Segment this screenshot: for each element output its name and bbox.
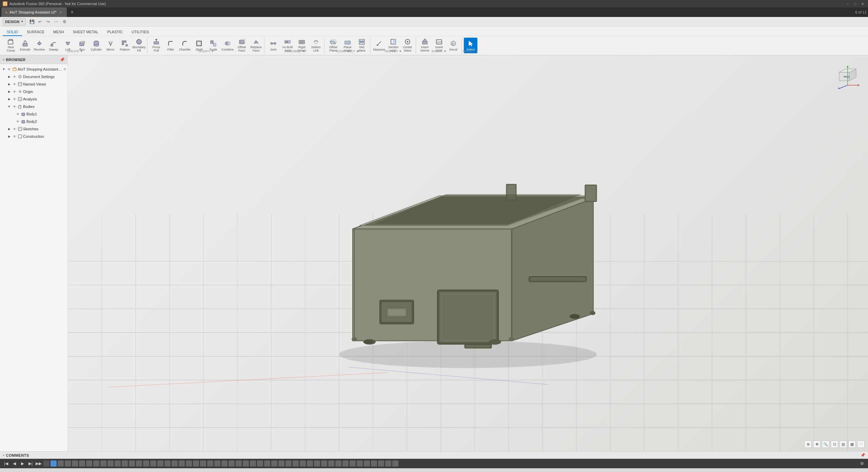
timeline-keyframe-26[interactable]: [221, 460, 228, 467]
timeline-keyframe-44[interactable]: [350, 460, 356, 467]
maximize-button[interactable]: □: [852, 1, 858, 6]
timeline-keyframe-36[interactable]: [293, 460, 299, 467]
pan-button[interactable]: ✥: [813, 440, 821, 448]
motion-link-button[interactable]: MotionLink: [309, 38, 323, 53]
timeline-start-button[interactable]: |◀: [3, 460, 9, 467]
timeline-keyframe-37[interactable]: [300, 460, 306, 467]
bodies-visibility[interactable]: 👁: [12, 104, 17, 109]
offset-face-button[interactable]: OffsetFace: [235, 38, 249, 53]
insert-decal-button[interactable]: D Decal: [447, 38, 460, 53]
timeline-keyframe-9[interactable]: [100, 460, 106, 467]
orbit-button[interactable]: ⊕: [804, 440, 812, 448]
comments-expand-icon[interactable]: «: [3, 453, 5, 457]
new-component-button[interactable]: NewComp: [4, 38, 18, 53]
timeline-keyframe-35[interactable]: [285, 460, 292, 467]
timeline-keyframe-4[interactable]: [65, 460, 71, 467]
root-visibility-icon[interactable]: 👁: [7, 67, 12, 72]
tree-item-bodies[interactable]: ▼ 👁 Bodies: [0, 103, 67, 110]
chamfer-button[interactable]: Chamfer: [178, 38, 192, 53]
timeline-keyframe-19[interactable]: [172, 460, 178, 467]
tree-item-origin[interactable]: ▶ 👁 Origin: [0, 88, 67, 95]
cylinder-button[interactable]: Cylinder: [90, 38, 103, 53]
extrude-button[interactable]: Extrude: [18, 38, 32, 53]
timeline-keyframe-43[interactable]: [342, 460, 349, 467]
fit-button[interactable]: ⊡: [831, 440, 838, 448]
viewcube[interactable]: FRONT: [834, 62, 861, 89]
close-button[interactable]: ✕: [860, 1, 865, 6]
tree-item-named-views[interactable]: ▶ 👁 Named Views: [0, 80, 67, 88]
timeline-keyframe-41[interactable]: [328, 460, 334, 467]
browser-pin-button[interactable]: 📌: [60, 57, 65, 62]
new-tab-button[interactable]: +: [68, 8, 76, 16]
origin-visibility[interactable]: 👁: [12, 89, 17, 94]
tab-surface[interactable]: SURFACE: [23, 29, 48, 36]
tab-close-button[interactable]: ✕: [59, 10, 63, 14]
timeline-settings-button[interactable]: ⚙: [859, 460, 865, 467]
tab-solid[interactable]: SOLID: [3, 29, 22, 36]
timeline-keyframe-29[interactable]: [243, 460, 249, 467]
timeline-keyframe-22[interactable]: [193, 460, 199, 467]
sweep-button[interactable]: Sweep: [47, 38, 60, 53]
body1-visibility[interactable]: 👁: [16, 112, 20, 116]
save-button[interactable]: 💾: [28, 18, 35, 25]
timeline-keyframe-18[interactable]: [164, 460, 171, 467]
timeline-keyframe-8[interactable]: [93, 460, 99, 467]
tree-item-doc-settings[interactable]: ▶ 👁 Document Settings: [0, 73, 67, 80]
timeline-keyframe-33[interactable]: [271, 460, 277, 467]
joint-button[interactable]: Joint: [267, 38, 280, 53]
named-views-visibility[interactable]: 👁: [12, 82, 17, 87]
tab-mesh[interactable]: MESH: [49, 29, 68, 36]
tab-plastic[interactable]: PLASTIC: [103, 29, 127, 36]
tree-item-sketches[interactable]: ▶ 👁 Sketches: [0, 125, 67, 133]
combine-button[interactable]: Combine: [221, 38, 234, 53]
timeline-next-button[interactable]: ▶|: [27, 460, 34, 467]
timeline-play-button[interactable]: ▶: [19, 460, 26, 467]
timeline-keyframe-27[interactable]: [229, 460, 235, 467]
tree-item-body2[interactable]: 👁 Body2: [0, 118, 67, 125]
timeline-keyframe-5[interactable]: [72, 460, 78, 467]
timeline-keyframe-50[interactable]: [392, 460, 398, 467]
timeline-keyframe-10[interactable]: [107, 460, 114, 467]
timeline-keyframe-14[interactable]: [136, 460, 142, 467]
timeline-keyframe-25[interactable]: [214, 460, 220, 467]
mirror-button[interactable]: Mirror: [104, 38, 117, 53]
timeline-keyframe-7[interactable]: [86, 460, 92, 467]
timeline-keyframe-47[interactable]: [371, 460, 377, 467]
timeline-keyframe-23[interactable]: [200, 460, 206, 467]
fillet-button[interactable]: Fillet: [164, 38, 177, 53]
collapse-arrows[interactable]: «: [3, 58, 5, 61]
tree-item-root[interactable]: ▼ 👁 AIoT Shopping Assistant v2 ⚙: [0, 65, 67, 73]
press-pull-button[interactable]: PressPull: [150, 38, 163, 53]
timeline-keyframe-49[interactable]: [385, 460, 391, 467]
analysis-visibility[interactable]: 👁: [12, 97, 17, 101]
timeline-keyframe-13[interactable]: [129, 460, 135, 467]
root-settings-icon[interactable]: ⚙: [63, 68, 66, 71]
revolve-button[interactable]: Revolve: [33, 38, 46, 53]
timeline-keyframe-15[interactable]: [143, 460, 149, 467]
body2-visibility[interactable]: 👁: [16, 119, 20, 124]
doc-settings-visibility[interactable]: 👁: [12, 74, 17, 79]
qa-more-button[interactable]: ⋯: [53, 18, 60, 25]
insert-derive-button[interactable]: InsertDerive: [418, 38, 432, 53]
minimize-button[interactable]: −: [845, 1, 850, 6]
timeline-keyframe-34[interactable]: [278, 460, 284, 467]
construction-visibility[interactable]: 👁: [12, 134, 17, 139]
timeline-keyframe-28[interactable]: [236, 460, 242, 467]
zoom-button[interactable]: 🔍: [822, 440, 829, 448]
qa-settings-button[interactable]: ⚙: [61, 18, 68, 25]
tab-utilities[interactable]: UTILITIES: [127, 29, 153, 36]
timeline-keyframe-31[interactable]: [257, 460, 263, 467]
timeline-keyframe-24[interactable]: [207, 460, 213, 467]
viewport[interactable]: FRONT ⊕ ✥ 🔍 ⊡: [68, 55, 868, 451]
timeline-keyframe-45[interactable]: [357, 460, 363, 467]
active-tab[interactable]: ● AIoT Shopping Assistant v2* ✕: [1, 7, 67, 17]
timeline-keyframe-11[interactable]: [115, 460, 121, 467]
timeline-keyframe-1[interactable]: [43, 460, 50, 467]
timeline-keyframe-30[interactable]: [250, 460, 256, 467]
grid-button[interactable]: ▦: [848, 440, 856, 448]
timeline-keyframe-2[interactable]: [51, 460, 57, 467]
sketches-visibility[interactable]: 👁: [12, 127, 17, 131]
redo-button[interactable]: ↪: [45, 18, 52, 25]
tree-item-analysis[interactable]: ▶ 👁 Analysis: [0, 95, 67, 103]
timeline-keyframe-40[interactable]: [321, 460, 327, 467]
